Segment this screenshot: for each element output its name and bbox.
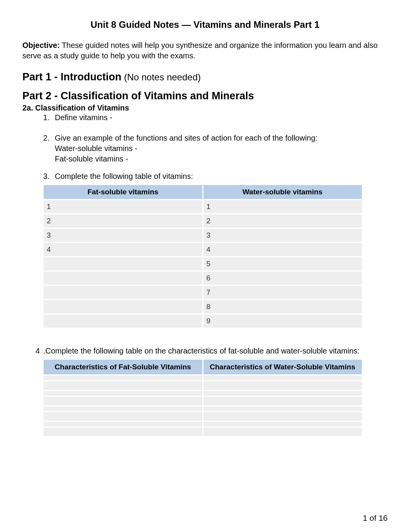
- question-1: Define vitamins -: [52, 112, 388, 131]
- q2-line-b: Fat-soluble vitamins -: [55, 155, 128, 163]
- table-cell: [44, 406, 202, 411]
- q2-line-a: Water-soluble vitamins -: [55, 144, 137, 153]
- table-cell: 1: [44, 200, 202, 213]
- characteristics-table: Characteristics of Fat-Soluble Vitamins …: [42, 359, 363, 437]
- part2a-subheading: 2a. Classification of Vitamins: [22, 104, 388, 112]
- objective-line: Objective: These guided notes will help …: [22, 40, 388, 61]
- table-cell: [44, 381, 202, 390]
- part1-heading: Part 1 - Introduction (No notes needed): [22, 70, 388, 84]
- table-cell: 3: [44, 229, 202, 242]
- vit-table-header-left: Fat-soluble vitamins: [44, 185, 202, 199]
- table-cell: [44, 272, 202, 285]
- char-table-header-right: Characteristics of Water-Soluble Vitamin…: [203, 360, 362, 374]
- : [44, 300, 202, 313]
- table-cell: [44, 391, 202, 396]
- table-cell: 2: [203, 214, 362, 228]
- table-cell: [203, 406, 362, 411]
- q2-prompt: Give an example of the functions and sit…: [55, 134, 317, 142]
- question-3: Complete the following table of vitamins…: [52, 171, 388, 182]
- table-cell: [44, 397, 202, 405]
- q3-prompt: Complete the following table of vitamins…: [55, 172, 193, 180]
- table-cell: [44, 376, 202, 380]
- q4-number: 4: [36, 346, 43, 356]
- part2-heading: Part 2 - Classification of Vitamins and …: [22, 89, 388, 103]
- table-cell: [203, 391, 362, 396]
- vitamins-table: Fat-soluble vitamins Water-soluble vitam…: [42, 184, 363, 329]
- table-cell: [44, 428, 202, 436]
- table-cell: [44, 257, 202, 270]
- table-cell: [44, 314, 202, 328]
- q1-text: Define vitamins -: [55, 113, 112, 122]
- objective-text: These guided notes will help you synthes…: [22, 41, 378, 60]
- table-cell: [203, 381, 362, 390]
- table-cell: 2: [44, 214, 202, 228]
- q4-prompt: .Complete the following table on the cha…: [43, 347, 359, 355]
- table-cell: [203, 412, 362, 421]
- table-cell: [44, 412, 202, 421]
- question-list: Define vitamins - Give an example of the…: [22, 112, 388, 182]
- question-4: 4.Complete the following table on the ch…: [22, 346, 388, 356]
- table-cell: 1: [203, 200, 362, 213]
- table-cell: 4: [203, 243, 362, 256]
- table-cell: [44, 422, 202, 427]
- table-cell: 6: [203, 272, 362, 285]
- table-cell: 4: [44, 243, 202, 256]
- table-cell: 9: [203, 314, 362, 328]
- objective-label: Objective:: [22, 41, 60, 49]
- question-2: Give an example of the functions and sit…: [52, 133, 388, 169]
- part1-heading-text: Part 1 - Introduction: [22, 71, 122, 83]
- table-cell: [203, 428, 362, 436]
- table-cell: [44, 286, 202, 299]
- page-title: Unit 8 Guided Notes — Vitamins and Miner…: [22, 19, 388, 30]
- table-cell: [203, 397, 362, 405]
- table-cell: [203, 376, 362, 380]
- table-cell: 5: [203, 257, 362, 270]
- table-cell: 7: [203, 286, 362, 299]
- table-cell: [203, 422, 362, 427]
- page-number: 1 of 16: [363, 513, 388, 523]
- char-table-header-left: Characteristics of Fat-Soluble Vitamins: [44, 360, 202, 374]
- part1-note: (No notes needed): [122, 72, 201, 82]
- table-cell: 8: [203, 300, 362, 313]
- vit-table-header-right: Water-soluble vitamins: [203, 185, 362, 199]
- table-cell: 3: [203, 229, 362, 242]
